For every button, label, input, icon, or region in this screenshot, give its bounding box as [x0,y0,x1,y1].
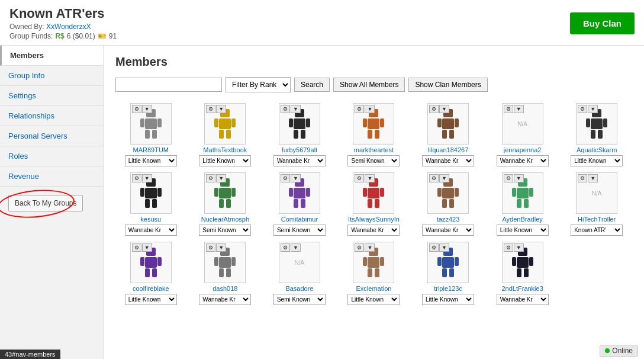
search-button[interactable]: Search [294,78,330,92]
avatar-box: ⚙▼ [204,242,246,283]
owner-link[interactable]: XxWonderzxX [46,23,91,31]
rank-select[interactable]: Little KnownSemi KnownWannabe KrKnown AT… [497,155,549,166]
sidebar-item-members[interactable]: Members [0,46,103,66]
show-all-members-button[interactable]: Show All Members [333,78,405,92]
gear-icon[interactable]: ⚙ [281,174,290,182]
rank-select[interactable]: Little KnownSemi KnownWannabe KrKnown AT… [422,225,474,236]
gear-icon[interactable]: ⚙ [206,105,215,113]
gear-icon[interactable]: ⚙ [355,105,364,113]
svg-rect-94 [442,268,447,277]
rank-select[interactable]: Little KnownSemi KnownWannabe KrKnown AT… [497,294,549,305]
chevron-down-icon[interactable]: ▼ [588,174,598,182]
gear-icon[interactable]: ⚙ [206,243,215,252]
rank-select[interactable]: Little KnownSemi KnownWannabe KrKnown AT… [347,225,400,236]
rank-select[interactable]: Little KnownSemi KnownWannabe KrKnown AT… [347,155,400,166]
gear-icon[interactable]: ⚙ [132,105,141,113]
rank-select[interactable]: Little KnownSemi KnownWannabe KrKnown AT… [125,155,177,166]
sidebar-item-relationships[interactable]: Relationships [0,106,103,126]
gear-icon[interactable]: ⚙ [355,243,364,252]
rank-select[interactable]: Little KnownSemi KnownWannabe KrKnown AT… [422,294,474,305]
search-input[interactable] [115,78,222,92]
rank-select[interactable]: Little KnownSemi KnownWannabe KrKnown AT… [571,225,623,236]
chevron-down-icon[interactable]: ▼ [365,243,375,252]
gear-icon[interactable]: ⚙ [429,243,439,252]
gear-icon[interactable]: ⚙ [504,243,513,252]
rank-select[interactable]: Little KnownSemi KnownWannabe KrKnown AT… [571,155,623,166]
rank-select[interactable]: Little KnownSemi KnownWannabe KrKnown AT… [497,225,549,236]
member-name[interactable]: Exclemation [356,285,392,292]
member-name[interactable]: furby5679alt [282,146,318,153]
member-name[interactable]: marktheartest [354,146,394,153]
rank-select[interactable]: Little KnownSemi KnownWannabe KrKnown AT… [273,294,326,305]
member-name[interactable]: ItsAlwaysSunnyIn [348,216,400,223]
member-name[interactable]: AquaticSkarm [577,146,617,153]
chevron-down-icon[interactable]: ▼ [514,105,524,113]
chevron-down-icon[interactable]: ▼ [216,243,226,252]
member-name[interactable]: AydenBradley [502,216,542,223]
chevron-down-icon[interactable]: ▼ [291,174,301,182]
chevron-down-icon[interactable]: ▼ [514,174,524,182]
chevron-down-icon[interactable]: ▼ [439,243,449,252]
member-name[interactable]: NuclearAtmosph [201,216,249,223]
show-clan-members-button[interactable]: Show Clan Members [408,78,487,92]
member-name[interactable]: MAR89TUM [133,146,169,153]
svg-rect-89 [375,268,379,277]
member-name[interactable]: dash018 [212,285,237,292]
gear-icon[interactable]: ⚙ [504,105,513,113]
member-name[interactable]: coolfireblake [133,285,169,292]
rank-select[interactable]: Little KnownSemi KnownWannabe KrKnown AT… [199,294,251,305]
sidebar-item-group-info[interactable]: Group Info [0,66,103,86]
buy-clan-button[interactable]: Buy Clan [570,12,635,34]
chevron-down-icon[interactable]: ▼ [365,174,375,182]
chevron-down-icon[interactable]: ▼ [365,105,375,113]
gear-icon[interactable]: ⚙ [578,105,587,113]
member-name[interactable]: triple123c [434,285,462,292]
rank-select[interactable]: Little KnownSemi KnownWannabe KrKnown AT… [273,225,326,236]
chevron-down-icon[interactable]: ▼ [291,105,301,113]
gear-icon[interactable]: ⚙ [429,105,439,113]
rank-select[interactable]: Little KnownSemi KnownWannabe KrKnown AT… [125,225,177,236]
chevron-down-icon[interactable]: ▼ [216,174,226,182]
gear-icon[interactable]: ⚙ [355,174,364,182]
gear-icon[interactable]: ⚙ [132,174,141,182]
chevron-down-icon[interactable]: ▼ [142,174,152,182]
member-name[interactable]: Comitabimur [281,216,318,223]
back-to-my-groups-button[interactable]: Back To My Groups [8,195,83,211]
rank-select[interactable]: Little KnownSemi KnownWannabe KrKnown AT… [347,294,400,305]
member-name[interactable]: 2ndLtFrankie3 [501,285,543,292]
gear-icon[interactable]: ⚙ [578,174,587,182]
member-name[interactable]: lilquan184267 [428,146,469,153]
gear-icon[interactable]: ⚙ [281,243,290,252]
chevron-down-icon[interactable]: ▼ [216,105,226,113]
svg-rect-57 [380,188,384,197]
chevron-down-icon[interactable]: ▼ [291,243,301,252]
member-name[interactable]: Basadore [285,285,313,292]
gear-icon[interactable]: ⚙ [504,174,513,182]
sidebar-item-revenue[interactable]: Revenue [0,166,103,187]
rank-filter-select[interactable]: Filter By Rank Little Known Semi Known W… [226,77,291,92]
rank-select[interactable]: Little KnownSemi KnownWannabe KrKnown AT… [199,155,251,166]
svg-rect-37 [145,188,157,198]
member-name[interactable]: jennapenna2 [504,146,542,153]
rank-select[interactable]: Little KnownSemi KnownWannabe KrKnown AT… [199,225,251,236]
chevron-down-icon[interactable]: ▼ [439,105,449,113]
member-name[interactable]: MathsTextbook [203,146,247,153]
rank-select[interactable]: Little KnownSemi KnownWannabe KrKnown AT… [273,155,326,166]
chevron-down-icon[interactable]: ▼ [142,243,152,252]
rank-select[interactable]: Little KnownSemi KnownWannabe KrKnown AT… [422,155,474,166]
chevron-down-icon[interactable]: ▼ [514,243,524,252]
chevron-down-icon[interactable]: ▼ [142,105,152,113]
member-name[interactable]: HiTechTroller [578,216,616,223]
chevron-down-icon[interactable]: ▼ [588,105,598,113]
member-name[interactable]: tazz423 [437,216,460,223]
gear-icon[interactable]: ⚙ [206,174,215,182]
chevron-down-icon[interactable]: ▼ [439,174,449,182]
sidebar-item-personal-servers[interactable]: Personal Servers [0,126,103,146]
rank-select[interactable]: Little KnownSemi KnownWannabe KrKnown AT… [125,294,177,305]
sidebar-item-settings[interactable]: Settings [0,86,103,106]
gear-icon[interactable]: ⚙ [132,243,141,252]
gear-icon[interactable]: ⚙ [281,105,290,113]
sidebar-item-roles[interactable]: Roles [0,146,103,166]
gear-icon[interactable]: ⚙ [429,174,439,182]
member-name[interactable]: kesusu [140,216,161,223]
